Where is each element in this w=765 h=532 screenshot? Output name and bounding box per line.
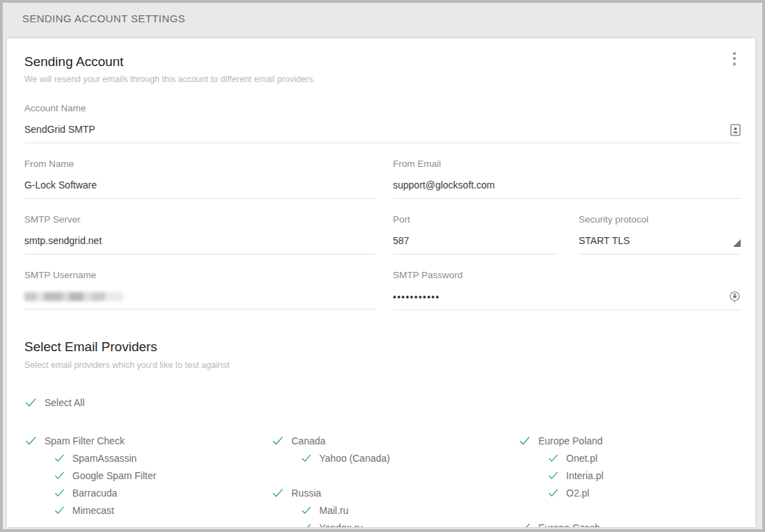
checkbox-checked-icon xyxy=(547,452,559,464)
provider-item-onet-pl[interactable]: Onet.pl xyxy=(518,449,741,467)
smtp-username-value-redacted xyxy=(24,292,123,301)
sending-account-settings-window: SENDING ACCOUNT SETTINGS Sending Account… xyxy=(0,0,765,532)
sending-account-card: Sending Account We will resend your emai… xyxy=(7,38,755,527)
smtp-password-label: SMTP Password xyxy=(393,269,741,282)
from-name-label: From Name xyxy=(24,158,376,170)
provider-group-russia[interactable]: Russia xyxy=(271,484,518,501)
provider-group-canada[interactable]: Canada xyxy=(271,432,518,449)
port-label: Port xyxy=(393,213,558,226)
security-protocol-label: Security protocol xyxy=(579,213,741,226)
from-name-input[interactable]: G-Lock Software xyxy=(24,179,376,199)
checkbox-checked-icon xyxy=(54,487,65,499)
smtp-username-field: SMTP Username xyxy=(24,269,376,310)
dropdown-corner-triangle-icon xyxy=(733,239,741,247)
provider-item-google-spam-filter[interactable]: Google Spam Filter xyxy=(24,467,271,484)
smtp-password-field: SMTP Password ••••••••••• xyxy=(393,269,741,310)
checkbox-checked-icon xyxy=(24,396,38,409)
smtp-username-label: SMTP Username xyxy=(24,269,376,282)
from-name-value: G-Lock Software xyxy=(24,179,97,192)
provider-item-mail-ru[interactable]: Mail.ru xyxy=(271,501,518,519)
provider-column-3: Europe Poland Onet.pl Interia.pl O2.pl xyxy=(518,432,741,527)
checkbox-checked-icon xyxy=(300,504,312,516)
smtp-server-value: smtp.sendgrid.net xyxy=(24,234,102,248)
security-protocol-select[interactable]: START TLS xyxy=(579,234,741,255)
provider-item-mimecast[interactable]: Mimecast xyxy=(24,501,271,519)
provider-item-yahoo-canada[interactable]: Yahoo (Canada) xyxy=(271,449,518,467)
select-all-checkbox[interactable]: Select All xyxy=(24,394,741,411)
checkbox-checked-icon xyxy=(54,504,65,516)
checkbox-checked-icon xyxy=(54,452,65,464)
provider-item-yandex-ru[interactable]: Yandex.ru xyxy=(271,519,518,527)
port-value: 587 xyxy=(393,234,409,248)
from-email-label: From Email xyxy=(393,158,741,170)
account-name-field: Account Name SendGrid SMTP xyxy=(24,102,741,143)
port-field: Port 587 xyxy=(393,213,558,255)
smtp-password-input[interactable]: ••••••••••• xyxy=(393,290,741,310)
section-title-sending-account: Sending Account xyxy=(24,54,741,70)
provider-item-interia-pl[interactable]: Interia.pl xyxy=(518,467,741,484)
checkbox-checked-icon xyxy=(271,486,284,499)
contact-card-icon[interactable] xyxy=(730,124,741,136)
section-subtitle: We will resend your emails through this … xyxy=(24,74,741,86)
checkbox-checked-icon xyxy=(24,434,38,447)
checkbox-checked-icon xyxy=(54,469,65,481)
provider-item-o2-pl[interactable]: O2.pl xyxy=(518,484,741,501)
smtp-username-input[interactable] xyxy=(24,290,376,309)
page-header: SENDING ACCOUNT SETTINGS xyxy=(3,3,762,33)
page-title: SENDING ACCOUNT SETTINGS xyxy=(22,13,185,24)
select-all-label: Select All xyxy=(45,397,85,408)
checkbox-checked-icon xyxy=(547,469,559,481)
checkbox-checked-icon xyxy=(300,522,312,527)
provider-item-spamassassin[interactable]: SpamAssassin xyxy=(24,449,271,467)
from-email-value: support@glocksoft.com xyxy=(393,179,495,192)
checkbox-checked-icon xyxy=(547,487,559,499)
smtp-server-label: SMTP Server xyxy=(24,213,376,226)
provider-column-2: Canada Yahoo (Canada) Russia Mail.ru xyxy=(271,432,518,527)
from-name-field: From Name G-Lock Software xyxy=(24,158,376,199)
account-name-label: Account Name xyxy=(24,102,741,115)
checkbox-checked-icon xyxy=(518,521,531,527)
smtp-server-field: SMTP Server smtp.sendgrid.net xyxy=(24,213,376,255)
provider-columns: Spam Filter Check SpamAssassin Google Sp… xyxy=(24,432,741,527)
provider-group-europe-czech[interactable]: Europe Czech xyxy=(518,519,741,527)
provider-group-europe-poland[interactable]: Europe Poland xyxy=(518,432,741,449)
security-protocol-field: Security protocol START TLS xyxy=(579,213,741,255)
smtp-server-input[interactable]: smtp.sendgrid.net xyxy=(24,234,376,255)
provider-group-spam-filter-check[interactable]: Spam Filter Check xyxy=(24,432,271,449)
provider-item-barracuda[interactable]: Barracuda xyxy=(24,484,271,501)
port-input[interactable]: 587 xyxy=(393,234,558,255)
smtp-password-masked-value: ••••••••••• xyxy=(393,290,440,303)
provider-column-1: Spam Filter Check SpamAssassin Google Sp… xyxy=(24,432,271,527)
checkbox-checked-icon xyxy=(271,434,284,447)
more-options-button[interactable] xyxy=(732,49,737,68)
password-lock-circle-icon[interactable] xyxy=(729,291,741,303)
from-email-input[interactable]: support@glocksoft.com xyxy=(393,179,741,199)
checkbox-checked-icon xyxy=(300,452,312,464)
providers-subtitle: Select email providers which you'd like … xyxy=(24,360,741,371)
checkbox-checked-icon xyxy=(518,434,531,447)
section-title-providers: Select Email Providers xyxy=(24,338,741,356)
account-name-input[interactable]: SendGrid SMTP xyxy=(24,123,741,143)
account-name-value: SendGrid SMTP xyxy=(24,123,95,136)
security-protocol-value: START TLS xyxy=(579,234,630,248)
from-email-field: From Email support@glocksoft.com xyxy=(393,158,741,199)
